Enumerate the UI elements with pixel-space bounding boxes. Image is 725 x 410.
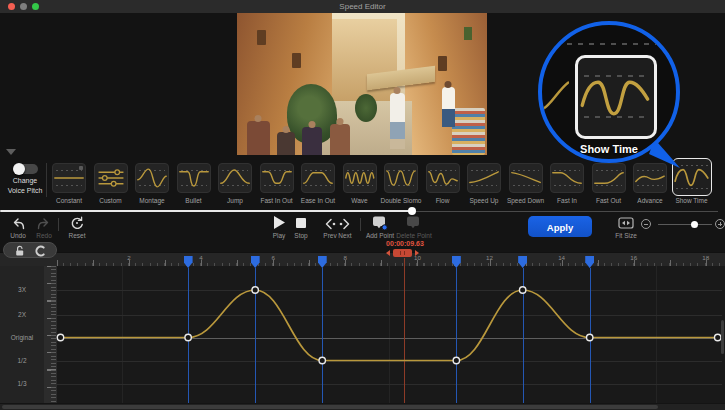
curve-point[interactable] bbox=[519, 287, 525, 293]
preset-thumbnail bbox=[135, 163, 169, 193]
zoom-slider-handle[interactable] bbox=[691, 221, 698, 228]
next-label[interactable]: Next bbox=[331, 232, 359, 239]
preset-thumbnail bbox=[301, 163, 335, 193]
fit-size-icon[interactable] bbox=[618, 217, 634, 229]
prev-keyframe-icon[interactable] bbox=[323, 218, 337, 230]
ruler-number: 8 bbox=[335, 254, 355, 261]
next-keyframe-icon[interactable] bbox=[338, 218, 352, 230]
toolbar-separator bbox=[360, 218, 361, 231]
preset-curve-icon bbox=[344, 164, 376, 192]
undo-icon[interactable] bbox=[11, 217, 25, 230]
zoom-slider-track[interactable] bbox=[658, 224, 712, 226]
adjacent-preset-curve-fragment bbox=[543, 77, 569, 115]
ruler-number: 12 bbox=[480, 254, 500, 261]
curve-point[interactable] bbox=[57, 334, 63, 340]
preset-thumbnail bbox=[509, 163, 543, 193]
curve-point[interactable] bbox=[587, 334, 593, 340]
ruler-number: 18 bbox=[696, 254, 716, 261]
ruler-number: 6 bbox=[263, 254, 283, 261]
magnified-show-time-thumbnail bbox=[575, 55, 657, 139]
preset-thumbnail bbox=[384, 163, 418, 193]
preset-curve-icon bbox=[427, 164, 459, 192]
preset-scrollbar-track[interactable] bbox=[0, 210, 412, 212]
curve-point[interactable] bbox=[714, 334, 720, 340]
apply-button[interactable]: Apply bbox=[528, 216, 592, 237]
stop-label[interactable]: Stop bbox=[287, 232, 315, 239]
ruler-number: 16 bbox=[624, 254, 644, 261]
delete-point-icon bbox=[406, 215, 422, 231]
preset-thumbnail bbox=[550, 163, 584, 193]
preset-curve-icon bbox=[178, 164, 210, 192]
horizontal-scrollbar[interactable] bbox=[0, 404, 725, 410]
reset-icon[interactable] bbox=[70, 216, 84, 230]
curve-point[interactable] bbox=[252, 287, 258, 293]
zoom-out-icon[interactable] bbox=[641, 219, 651, 229]
curve-point[interactable] bbox=[319, 357, 325, 363]
preset-thumbnail bbox=[52, 163, 86, 193]
preset-thumbnail bbox=[343, 163, 377, 193]
playhead-timecode: 00:00:09.63 bbox=[374, 240, 436, 247]
magnifier-callout: Show Time bbox=[538, 21, 680, 163]
undo-label[interactable]: Undo bbox=[4, 232, 32, 239]
speed-editor-window: Speed Editor bbox=[0, 0, 725, 410]
preset-curve-icon bbox=[53, 164, 85, 192]
zoom-in-icon[interactable] bbox=[715, 219, 725, 229]
preset-thumbnail bbox=[94, 163, 128, 193]
playhead-handle[interactable] bbox=[393, 249, 412, 257]
preset-curve-icon bbox=[673, 159, 711, 195]
preset-curve-icon bbox=[95, 164, 127, 192]
ruler-number: 14 bbox=[552, 254, 572, 261]
preset-curve-icon bbox=[136, 164, 168, 192]
preset-curve-icon bbox=[468, 164, 500, 192]
video-preview bbox=[237, 13, 487, 155]
ruler-number: 2 bbox=[119, 254, 139, 261]
preset-curve-icon bbox=[261, 164, 293, 192]
preset-thumbnail bbox=[633, 163, 667, 193]
vertical-scrollbar-handle[interactable] bbox=[721, 320, 724, 354]
preset-curve-icon bbox=[634, 164, 666, 192]
speed-curve bbox=[0, 266, 725, 403]
fit-size-label[interactable]: Fit Size bbox=[610, 232, 642, 239]
preset-thumbnail bbox=[672, 158, 712, 196]
curve-point[interactable] bbox=[185, 334, 191, 340]
preset-curve-icon bbox=[385, 164, 417, 192]
preset-scrollbar-handle[interactable] bbox=[408, 207, 416, 215]
preset-thumbnail bbox=[426, 163, 460, 193]
preset-thumbnail bbox=[260, 163, 294, 193]
horizontal-scrollbar-handle[interactable] bbox=[2, 405, 658, 409]
preset-show-time[interactable]: Show Time bbox=[664, 160, 720, 206]
preset-curve-icon bbox=[219, 164, 251, 192]
add-point-icon[interactable] bbox=[372, 215, 388, 231]
delete-point-label: Delete Point bbox=[388, 232, 440, 239]
redo-icon bbox=[37, 217, 51, 230]
ruler-number: 4 bbox=[191, 254, 211, 261]
preset-thumbnail bbox=[467, 163, 501, 193]
collapse-panel-icon[interactable] bbox=[6, 149, 16, 155]
preset-thumbnail bbox=[592, 163, 626, 193]
playhead-next-chevron-icon[interactable] bbox=[415, 250, 419, 256]
lock-icon[interactable] bbox=[14, 245, 26, 257]
preset-label: Show Time bbox=[664, 197, 720, 204]
voice-pitch-toggle[interactable] bbox=[14, 164, 38, 174]
play-icon[interactable] bbox=[274, 216, 285, 229]
curve-point[interactable] bbox=[453, 357, 459, 363]
toolbar-separator bbox=[58, 218, 59, 231]
preset-scrollbar-track-rest[interactable] bbox=[412, 211, 718, 213]
timeline-tools-pill bbox=[3, 242, 57, 258]
timeline-ruler[interactable]: 24681012141618 bbox=[0, 252, 725, 267]
toggle-knob[interactable] bbox=[13, 163, 25, 175]
preset-curve-icon bbox=[510, 164, 542, 192]
playhead-prev-chevron-icon[interactable] bbox=[386, 250, 390, 256]
preset-curve-icon bbox=[302, 164, 334, 192]
preset-thumbnail bbox=[218, 163, 252, 193]
preset-curve-icon bbox=[551, 164, 583, 192]
window-title: Speed Editor bbox=[0, 2, 725, 11]
stop-icon[interactable] bbox=[296, 218, 306, 228]
preset-curve-icon bbox=[593, 164, 625, 192]
preset-thumbnail bbox=[177, 163, 211, 193]
redo-label: Redo bbox=[30, 232, 58, 239]
snap-icon[interactable] bbox=[34, 245, 46, 257]
reset-label[interactable]: Reset bbox=[63, 232, 91, 239]
title-bar: Speed Editor bbox=[0, 0, 725, 14]
